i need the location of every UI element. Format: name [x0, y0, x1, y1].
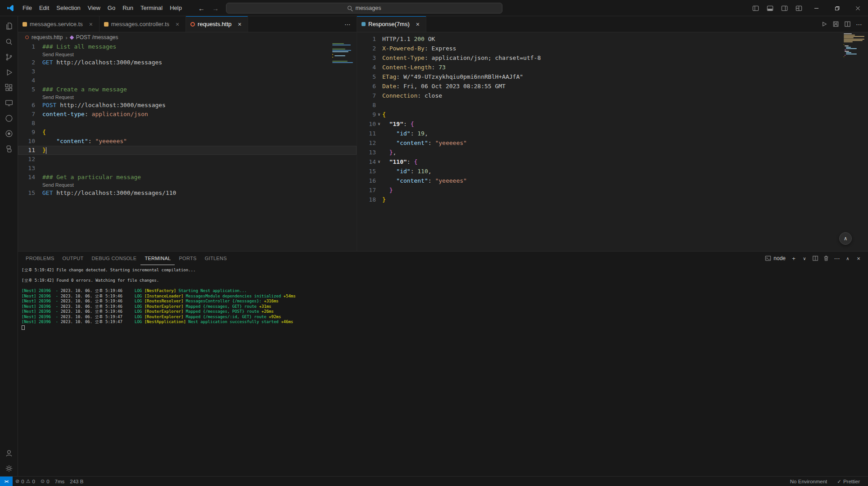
minimize-icon[interactable] [806, 0, 827, 16]
code-line-7[interactable]: 7content-type: application/json [18, 110, 357, 119]
more-actions-icon[interactable]: ⋯ [342, 19, 353, 30]
code-line-15[interactable]: 15GET http://localhost:3000/messages/110 [18, 189, 357, 198]
customize-layout-icon[interactable] [791, 0, 806, 16]
response-size[interactable]: 243 B [67, 477, 86, 486]
http-editor[interactable]: 1### List all messagesSend Request2GET h… [18, 42, 357, 251]
code-line-8[interactable]: 8 [18, 119, 357, 128]
code-line-4[interactable]: 4 [18, 76, 357, 85]
code-line-7[interactable]: 7Connection: close [357, 91, 868, 100]
panel-tab-terminal[interactable]: TERMINAL [140, 252, 175, 265]
panel-tab-output[interactable]: OUTPUT [59, 252, 88, 265]
more-actions-icon[interactable]: ⋯ [854, 19, 864, 30]
code-line-18[interactable]: 18} [357, 195, 868, 204]
code-line-1[interactable]: 1HTTP/1.1 200 OK [357, 34, 868, 44]
close-icon[interactable]: × [87, 21, 95, 28]
code-line-2[interactable]: 2X-Powered-By: Express [357, 44, 868, 53]
toggle-panel-icon[interactable] [763, 0, 777, 16]
close-icon[interactable]: × [236, 21, 243, 28]
code-line-9[interactable]: 9{ [18, 128, 357, 137]
menu-view[interactable]: View [84, 0, 104, 16]
extensions-icon[interactable] [0, 80, 18, 95]
source-control-icon[interactable] [0, 50, 18, 65]
menu-run[interactable]: Run [119, 0, 137, 16]
ports-indicator[interactable]: ⊙ 0 [38, 477, 52, 486]
tab-requests-http[interactable]: requests.http× [186, 16, 248, 32]
terminal-output[interactable]: [오후 5:19:42] File change detected. Start… [18, 265, 868, 476]
close-icon[interactable]: × [174, 21, 181, 28]
code-line-12[interactable]: 12 [18, 155, 357, 164]
code-line-16[interactable]: 16 "content": "yeeeees" [357, 176, 868, 185]
menu-terminal[interactable]: Terminal [137, 0, 166, 16]
code-line-14[interactable]: 14∨ "110": { [357, 157, 868, 166]
minimap[interactable] [332, 43, 353, 63]
split-terminal-icon[interactable] [810, 253, 820, 263]
code-line-9[interactable]: 9∨{ [357, 110, 868, 119]
code-line-13[interactable]: 13 }, [357, 148, 868, 157]
problems-indicator[interactable]: ⊘ 0 ⚠ 0 [13, 477, 38, 486]
close-panel-icon[interactable]: × [854, 253, 863, 263]
code-line-6[interactable]: 6POST http://localhost:3000/messages [18, 101, 357, 110]
new-terminal-icon[interactable]: + [789, 253, 799, 263]
code-line-14[interactable]: 14### Get a particular message [18, 173, 357, 182]
menu-edit[interactable]: Edit [36, 0, 53, 16]
code-line-4[interactable]: 4Content-Length: 73 [357, 63, 868, 72]
restore-icon[interactable] [827, 0, 847, 16]
code-line-1[interactable]: 1### List all messages [18, 42, 357, 51]
save-response-icon[interactable] [830, 19, 841, 30]
scroll-top-button[interactable]: ∧ [839, 232, 852, 245]
close-window-icon[interactable] [847, 0, 868, 16]
tab-response[interactable]: Response(7ms) × [357, 16, 426, 32]
formatter-status[interactable]: ✓ Prettier [834, 477, 863, 486]
panel-tab-debug-console[interactable]: DEBUG CONSOLE [88, 252, 141, 265]
toggle-secondary-sidebar-icon[interactable] [777, 0, 791, 16]
menu-selection[interactable]: Selection [53, 0, 84, 16]
code-line-5[interactable]: 5### Create a new message [18, 85, 357, 94]
codelens-send-request[interactable]: Send Request [18, 51, 357, 58]
response-minimap[interactable] [844, 33, 864, 57]
extension-circle-icon[interactable] [0, 111, 18, 126]
code-line-6[interactable]: 6Date: Fri, 06 Oct 2023 08:28:55 GMT [357, 81, 868, 91]
code-line-11[interactable]: 11} [18, 146, 357, 155]
breadcrumb-symbol[interactable]: POST /messages [76, 34, 118, 40]
send-request-icon[interactable] [818, 19, 829, 30]
code-line-3[interactable]: 3Content-Type: application/json; charset… [357, 53, 868, 63]
fold-icon[interactable]: ∨ [376, 110, 382, 119]
fold-icon[interactable]: ∨ [376, 119, 382, 129]
panel-tab-gitlens[interactable]: GITLENS [201, 252, 231, 265]
tab-messages-service-ts[interactable]: messages.service.ts× [18, 16, 99, 32]
tab-messages-controller-ts[interactable]: messages.controller.ts× [99, 16, 186, 32]
code-line-13[interactable]: 13 [18, 164, 357, 173]
remote-explorer-icon[interactable] [0, 95, 18, 111]
maximize-panel-icon[interactable]: ∧ [843, 253, 853, 263]
response-time[interactable]: 7ms [52, 477, 68, 486]
terminal-profile[interactable]: node [763, 255, 788, 261]
back-icon[interactable]: ← [198, 4, 205, 12]
panel-tab-problems[interactable]: PROBLEMS [22, 252, 59, 265]
code-line-10[interactable]: 10∨ "19": { [357, 119, 868, 129]
terminal-dropdown-icon[interactable]: ∨ [800, 253, 809, 263]
python-icon[interactable] [0, 141, 18, 157]
menu-file[interactable]: File [19, 0, 36, 16]
response-editor[interactable]: 1HTTP/1.1 200 OK2X-Powered-By: Express3C… [357, 32, 868, 251]
code-line-17[interactable]: 17 } [357, 185, 868, 195]
toggle-sidebar-icon[interactable] [748, 0, 763, 16]
menu-help[interactable]: Help [166, 0, 185, 16]
more-actions-icon[interactable]: ⋯ [832, 253, 842, 263]
settings-gear-icon[interactable] [0, 461, 18, 476]
python-environment[interactable]: No Environment [787, 477, 830, 486]
kill-terminal-icon[interactable] [821, 253, 831, 263]
close-icon[interactable]: × [414, 21, 421, 28]
menu-go[interactable]: Go [104, 0, 119, 16]
command-center-search[interactable]: messages [226, 3, 502, 14]
split-editor-icon[interactable] [842, 19, 853, 30]
code-line-3[interactable]: 3 [18, 67, 357, 76]
code-line-10[interactable]: 10 "content": "yeeeees" [18, 137, 357, 146]
explorer-icon[interactable] [0, 19, 18, 34]
run-debug-icon[interactable] [0, 65, 18, 80]
code-line-12[interactable]: 12 "content": "yeeeees" [357, 138, 868, 148]
code-line-8[interactable]: 8 [357, 100, 868, 110]
remote-indicator[interactable]: >< [0, 477, 13, 486]
accounts-icon[interactable] [0, 446, 18, 461]
codelens-send-request[interactable]: Send Request [18, 94, 357, 101]
code-line-2[interactable]: 2GET http://localhost:3000/messages [18, 58, 357, 67]
